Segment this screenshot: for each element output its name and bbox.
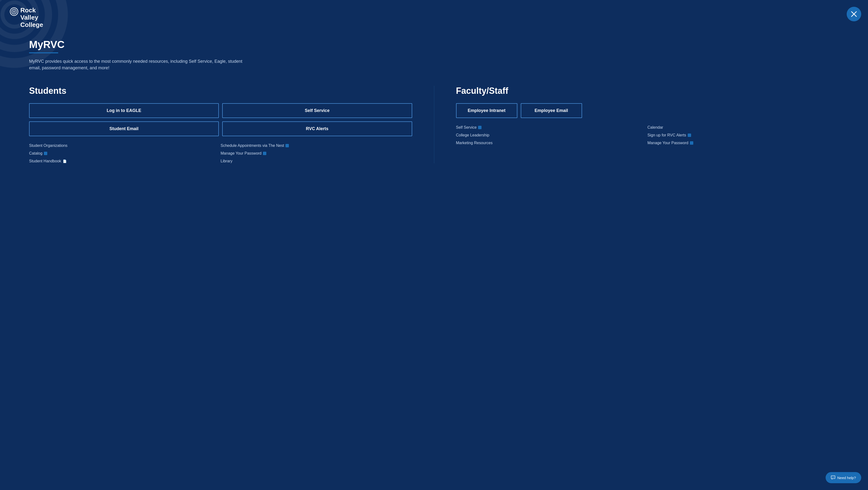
logo-line2: Valley xyxy=(20,14,43,21)
students-links: Student Organizations Catalog Student Ha… xyxy=(29,144,412,163)
myrvc-underline xyxy=(29,52,58,53)
students-links-col1: Student Organizations Catalog Student Ha… xyxy=(29,144,220,163)
external-link-icon xyxy=(688,133,691,137)
need-help-button[interactable]: Need help? xyxy=(826,472,861,483)
section-divider xyxy=(434,86,434,163)
students-links-col2: Schedule Appointments via The Nest Manag… xyxy=(220,144,412,163)
student-self-service-button[interactable]: Self Service xyxy=(222,103,412,118)
myrvc-title: MyRVC xyxy=(29,39,839,51)
students-section: Students Log in to EAGLE Self Service St… xyxy=(29,86,412,163)
faculty-links-col2: Calendar Sign up for RVC Alerts Manage Y… xyxy=(648,125,839,145)
myrvc-description: MyRVC provides quick access to the most … xyxy=(29,58,247,71)
faculty-buttons: Employee Intranet Employee Email xyxy=(456,103,582,118)
faculty-manage-password-link[interactable]: Manage Your Password xyxy=(648,141,839,145)
faculty-links-col1: Self Service College Leadership Marketin… xyxy=(456,125,648,145)
external-link-icon xyxy=(690,141,693,145)
logo: Rock Valley College xyxy=(10,7,43,29)
chat-icon xyxy=(831,476,835,480)
svg-point-7 xyxy=(13,11,14,12)
faculty-staff-heading: Faculty/Staff xyxy=(456,86,839,96)
college-leadership-link[interactable]: College Leadership xyxy=(456,133,648,137)
students-buttons: Log in to EAGLE Self Service Student Ema… xyxy=(29,103,412,136)
library-link[interactable]: Library xyxy=(220,159,412,163)
pdf-icon: 📄 xyxy=(63,159,67,163)
logo-line3: College xyxy=(20,21,43,29)
need-help-label: Need help? xyxy=(837,476,856,480)
faculty-self-service-link[interactable]: Self Service xyxy=(456,125,648,130)
myrvc-section: MyRVC MyRVC provides quick access to the… xyxy=(29,39,839,71)
login-eagle-button[interactable]: Log in to EAGLE xyxy=(29,103,219,118)
students-heading: Students xyxy=(29,86,412,96)
student-handbook-link[interactable]: Student Handbook 📄 xyxy=(29,159,220,163)
svg-point-13 xyxy=(834,477,834,478)
calendar-link[interactable]: Calendar xyxy=(648,125,839,130)
rvc-alerts-button[interactable]: RVC Alerts xyxy=(222,121,412,136)
external-link-icon xyxy=(285,144,289,147)
close-icon xyxy=(850,11,857,18)
external-link-icon xyxy=(478,126,482,129)
external-link-icon xyxy=(44,152,47,155)
student-email-button[interactable]: Student Email xyxy=(29,121,219,136)
schedule-appointments-link[interactable]: Schedule Appointments via The Nest xyxy=(220,144,412,148)
marketing-resources-link[interactable]: Marketing Resources xyxy=(456,141,648,145)
catalog-link[interactable]: Catalog xyxy=(29,151,220,156)
svg-point-11 xyxy=(832,477,832,478)
employee-email-button[interactable]: Employee Email xyxy=(521,103,582,118)
logo-line1: Rock xyxy=(20,7,43,14)
rvc-logo-icon xyxy=(10,7,19,16)
student-manage-password-link[interactable]: Manage Your Password xyxy=(220,151,412,156)
student-organizations-link[interactable]: Student Organizations xyxy=(29,144,220,148)
faculty-staff-section: Faculty/Staff Employee Intranet Employee… xyxy=(456,86,839,163)
employee-intranet-button[interactable]: Employee Intranet xyxy=(456,103,517,118)
external-link-icon xyxy=(263,152,266,155)
svg-point-12 xyxy=(833,477,833,478)
close-button[interactable] xyxy=(847,7,861,21)
sign-up-rvc-alerts-link[interactable]: Sign up for RVC Alerts xyxy=(648,133,839,137)
faculty-links: Self Service College Leadership Marketin… xyxy=(456,125,839,145)
